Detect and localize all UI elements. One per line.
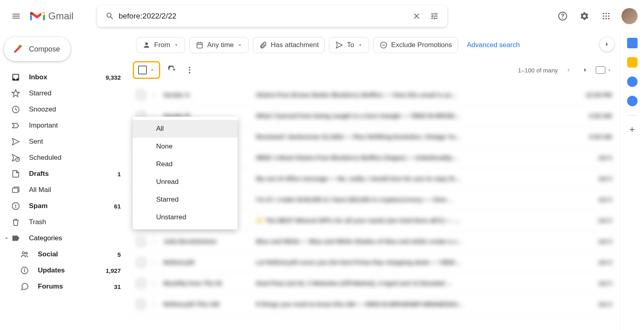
chevron-right-icon bbox=[582, 66, 589, 74]
search-input[interactable] bbox=[119, 12, 408, 21]
star-icon[interactable]: ☆ bbox=[151, 237, 158, 246]
sidebar-item-social[interactable]: Social 5 bbox=[0, 246, 129, 262]
filter-from[interactable]: From bbox=[136, 37, 185, 53]
star-icon bbox=[11, 89, 20, 98]
svg-point-16 bbox=[25, 252, 27, 254]
clear-search-button[interactable] bbox=[408, 7, 425, 25]
info-icon bbox=[20, 266, 29, 275]
svg-point-2 bbox=[603, 13, 605, 14]
svg-point-22 bbox=[189, 67, 190, 68]
compose-button[interactable]: Compose bbox=[4, 37, 70, 61]
svg-point-8 bbox=[603, 18, 605, 20]
main-menu-button[interactable] bbox=[6, 6, 26, 26]
mail-row[interactable]: ☆ Sender A Gluten-Free Brown Butter Blue… bbox=[129, 85, 620, 105]
calendar-addon-icon[interactable] bbox=[627, 38, 638, 48]
dropdown-item-unread[interactable]: Unread bbox=[133, 173, 237, 191]
row-checkbox[interactable] bbox=[137, 279, 145, 287]
mail-row[interactable]: ☆ Refinery29 Let Refinery29 score you th… bbox=[129, 252, 620, 273]
side-panel: + bbox=[620, 32, 644, 330]
nav-count: 31 bbox=[114, 283, 121, 290]
input-tools-button[interactable] bbox=[596, 66, 612, 74]
row-checkbox[interactable] bbox=[137, 300, 145, 308]
svg-point-10 bbox=[608, 18, 610, 20]
dropdown-item-all[interactable]: All bbox=[133, 120, 237, 138]
select-all-checkbox[interactable] bbox=[138, 66, 147, 74]
star-icon[interactable]: ☆ bbox=[151, 299, 158, 309]
sidebar-item-trash[interactable]: Trash bbox=[0, 214, 129, 230]
mail-time: Jul 3 bbox=[576, 280, 612, 287]
filter-to[interactable]: To bbox=[329, 37, 369, 53]
sidebar-item-starred[interactable]: Starred bbox=[0, 85, 129, 101]
support-button[interactable] bbox=[554, 7, 572, 25]
row-checkbox[interactable] bbox=[137, 258, 145, 266]
inbox-icon bbox=[11, 73, 20, 82]
account-avatar[interactable] bbox=[621, 8, 638, 24]
settings-button[interactable] bbox=[576, 7, 593, 25]
mail-toolbar: 1–100 of many bbox=[129, 56, 620, 83]
compose-label: Compose bbox=[29, 45, 60, 54]
chip-label: From bbox=[154, 41, 170, 49]
help-icon bbox=[558, 11, 568, 21]
mail-time: 3:30 AM bbox=[576, 133, 612, 140]
filter-has-attachment[interactable]: Has attachment bbox=[253, 37, 325, 53]
search-button[interactable] bbox=[101, 7, 119, 25]
search-icon bbox=[105, 12, 114, 21]
refresh-button[interactable] bbox=[164, 62, 180, 78]
mail-time: 4:30 AM bbox=[576, 112, 612, 119]
schedule-send-icon bbox=[11, 153, 20, 162]
advanced-search-link[interactable]: Advanced search bbox=[467, 41, 520, 49]
caret-down-icon bbox=[173, 42, 179, 48]
row-checkbox[interactable] bbox=[137, 237, 145, 245]
nav-label: Inbox bbox=[29, 73, 47, 81]
sidebar-item-spam[interactable]: Spam 61 bbox=[0, 198, 129, 214]
filter-exclude-promotions[interactable]: Exclude Promotions bbox=[373, 37, 458, 53]
sidebar-item-scheduled[interactable]: Scheduled bbox=[0, 150, 129, 166]
hamburger-icon bbox=[11, 11, 21, 21]
nav-count: 5 bbox=[118, 251, 121, 258]
select-all-dropdown[interactable] bbox=[133, 61, 160, 79]
next-page-button[interactable] bbox=[579, 64, 592, 76]
row-checkbox[interactable] bbox=[137, 91, 145, 99]
dropdown-item-read[interactable]: Read bbox=[133, 155, 237, 173]
dropdown-item-unstarred[interactable]: Unstarred bbox=[133, 208, 237, 226]
star-icon[interactable]: ☆ bbox=[151, 90, 158, 100]
caret-down-icon bbox=[357, 42, 363, 48]
sidebar-item-sent[interactable]: Sent bbox=[0, 134, 129, 150]
sidebar-item-drafts[interactable]: Drafts 1 bbox=[0, 166, 129, 182]
scroll-filters-right-button[interactable] bbox=[600, 37, 614, 52]
star-icon[interactable]: ☆ bbox=[151, 278, 158, 288]
sidebar-item-snoozed[interactable]: Snoozed bbox=[0, 101, 129, 118]
keep-addon-icon[interactable] bbox=[627, 57, 638, 68]
sidebar-item-categories[interactable]: Categories bbox=[0, 230, 129, 246]
nav-label: Forums bbox=[38, 283, 63, 291]
dropdown-item-none[interactable]: None bbox=[133, 138, 237, 155]
dropdown-item-starred[interactable]: Starred bbox=[133, 191, 237, 208]
mail-row[interactable]: ☆ Mushfiq from The W. Deal Flow (Jul 6):… bbox=[129, 273, 620, 294]
mail-subject: I'm 27, I make $140,000 & I have $20,000… bbox=[256, 196, 576, 203]
sidebar: Compose Inbox 9,332 Starred Snoozed Impo… bbox=[0, 32, 129, 330]
contacts-addon-icon[interactable] bbox=[627, 96, 638, 106]
mail-time: Jul 3 bbox=[576, 154, 612, 161]
label-icon bbox=[11, 234, 20, 243]
svg-point-15 bbox=[23, 252, 25, 254]
sidebar-item-allmail[interactable]: All Mail bbox=[0, 182, 129, 198]
caret-down-icon bbox=[607, 68, 612, 72]
sidebar-item-important[interactable]: Important bbox=[0, 118, 129, 134]
tasks-addon-icon[interactable] bbox=[627, 76, 638, 87]
mail-row[interactable]: ☆ Julia Berolzheimer Blue and White — Bl… bbox=[129, 231, 620, 252]
add-addon-button[interactable]: + bbox=[627, 124, 638, 135]
mail-subject: Deal Flow (Jul 6): 2 Websites (Off-Marke… bbox=[256, 280, 576, 287]
prev-page-button[interactable] bbox=[562, 64, 575, 76]
star-icon[interactable]: ☆ bbox=[151, 258, 158, 267]
more-actions-button[interactable] bbox=[182, 62, 197, 78]
mail-row[interactable]: ☆ Refinery29 This AM 8 things you need t… bbox=[129, 294, 620, 315]
nav-count: 61 bbox=[114, 203, 121, 210]
sidebar-item-forums[interactable]: Forums 31 bbox=[0, 278, 129, 295]
gmail-logo[interactable]: Gmail bbox=[29, 10, 74, 22]
sidebar-item-inbox[interactable]: Inbox 9,332 bbox=[0, 69, 129, 85]
filter-anytime[interactable]: Any time bbox=[189, 37, 249, 53]
search-options-button[interactable] bbox=[425, 7, 443, 25]
apps-button[interactable] bbox=[597, 7, 615, 25]
sidebar-item-updates[interactable]: Updates 1,927 bbox=[0, 262, 129, 278]
keyboard-icon bbox=[596, 66, 605, 74]
